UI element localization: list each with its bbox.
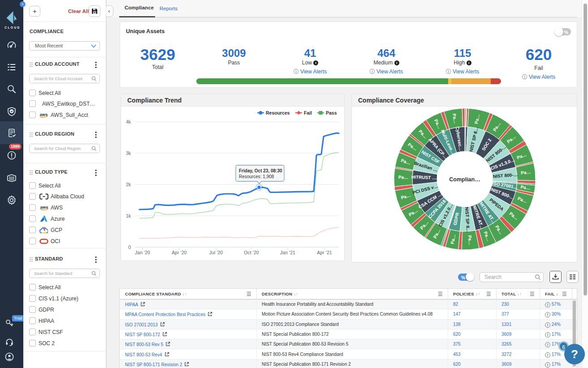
- svg-text:Pa…: Pa…: [398, 175, 408, 180]
- svg-text:aws: aws: [40, 205, 48, 210]
- svg-text:aws: aws: [40, 112, 48, 117]
- svg-text:0: 0: [128, 244, 131, 250]
- svg-text:3k: 3k: [126, 150, 131, 156]
- svg-text:1k: 1k: [126, 213, 131, 218]
- svg-text:HITRUST …: HITRUST …: [411, 175, 437, 180]
- svg-text:Jul ’20: Jul ’20: [209, 250, 223, 255]
- svg-text:Oct ’20: Oct ’20: [244, 250, 259, 255]
- svg-text:Apr ’20: Apr ’20: [172, 250, 186, 255]
- svg-text:4k: 4k: [126, 119, 131, 124]
- svg-text:Fail: Fail: [304, 110, 312, 116]
- svg-text:Complian…: Complian…: [449, 176, 480, 183]
- svg-text:Resources: 1,908: Resources: 1,908: [239, 174, 274, 179]
- svg-text:Jan ’21: Jan ’21: [280, 250, 295, 255]
- svg-text:Pa…: Pa…: [521, 169, 531, 175]
- svg-text:Pa…: Pa…: [467, 235, 473, 245]
- svg-text:Jan ’20: Jan ’20: [135, 250, 150, 255]
- svg-text:2k: 2k: [126, 182, 131, 187]
- svg-text:Friday, Oct 23, 08:30: Friday, Oct 23, 08:30: [239, 168, 282, 173]
- svg-text:Apr ’21: Apr ’21: [317, 250, 332, 255]
- svg-text:Resources: Resources: [266, 110, 290, 116]
- svg-text:Pass: Pass: [326, 110, 337, 116]
